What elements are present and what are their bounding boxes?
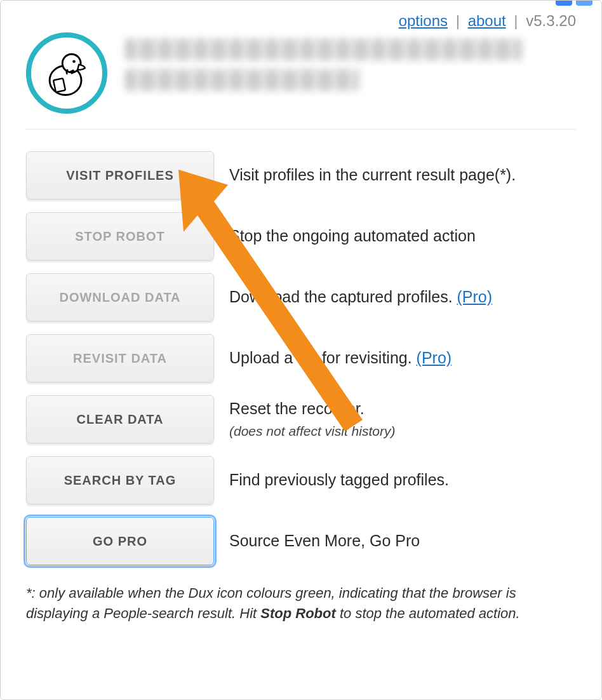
- about-link[interactable]: about: [468, 12, 506, 29]
- clear-data-button[interactable]: CLEAR DATA: [26, 395, 214, 443]
- separator: |: [514, 12, 518, 29]
- visit-profiles-button[interactable]: VISIT PROFILES: [26, 151, 214, 199]
- version-label: v5.3.20: [526, 12, 576, 29]
- options-link[interactable]: options: [399, 12, 448, 29]
- browser-tab-accent: [556, 1, 592, 6]
- download-data-desc: Download the captured profiles. (Pro): [229, 286, 576, 308]
- footnote-post: to stop the automated action.: [336, 605, 520, 621]
- revisit-data-desc-text: Upload a file for revisiting.: [229, 349, 417, 367]
- download-data-desc-text: Download the captured profiles.: [229, 288, 457, 306]
- redacted-line: [125, 39, 522, 60]
- download-data-button[interactable]: DOWNLOAD DATA: [26, 273, 214, 321]
- clear-data-subtext: (does not affect visit history): [229, 422, 576, 440]
- top-nav: options | about | v5.3.20: [26, 12, 576, 30]
- footnote: *: only available when the Dux icon colo…: [26, 583, 576, 624]
- popup-window: options | about | v5.3.20: [0, 0, 602, 700]
- row-stop-robot: STOP ROBOT Stop the ongoing automated ac…: [26, 212, 576, 260]
- go-pro-desc: Source Even More, Go Pro: [229, 530, 576, 552]
- revisit-data-desc: Upload a file for revisiting. (Pro): [229, 347, 576, 369]
- row-visit-profiles: VISIT PROFILES Visit profiles in the cur…: [26, 151, 576, 199]
- stop-robot-button[interactable]: STOP ROBOT: [26, 212, 214, 260]
- redacted-title-area: [125, 32, 576, 91]
- redacted-line: [125, 69, 359, 91]
- revisit-data-button[interactable]: REVISIT DATA: [26, 334, 214, 382]
- row-download-data: DOWNLOAD DATA Download the captured prof…: [26, 273, 576, 321]
- search-by-tag-desc: Find previously tagged profiles.: [229, 469, 576, 491]
- row-search-by-tag: SEARCH BY TAG Find previously tagged pro…: [26, 456, 576, 504]
- separator: |: [456, 12, 460, 29]
- clear-data-desc-text: Reset the recorder.: [229, 400, 365, 417]
- footnote-bold: Stop Robot: [260, 605, 336, 621]
- svg-rect-3: [53, 78, 65, 92]
- row-go-pro: GO PRO Source Even More, Go Pro: [26, 517, 576, 565]
- duck-logo-icon: [26, 32, 107, 114]
- stop-robot-desc: Stop the ongoing automated action: [229, 225, 576, 247]
- search-by-tag-button[interactable]: SEARCH BY TAG: [26, 456, 214, 504]
- clear-data-desc: Reset the recorder. (does not affect vis…: [229, 398, 576, 440]
- header-row: [26, 32, 576, 130]
- go-pro-button[interactable]: GO PRO: [26, 517, 214, 565]
- pro-link[interactable]: (Pro): [417, 349, 452, 367]
- svg-point-2: [72, 60, 76, 63]
- pro-link[interactable]: (Pro): [457, 288, 493, 306]
- row-clear-data: CLEAR DATA Reset the recorder. (does not…: [26, 395, 576, 443]
- row-revisit-data: REVISIT DATA Upload a file for revisitin…: [26, 334, 576, 382]
- visit-profiles-desc: Visit profiles in the current result pag…: [229, 165, 576, 186]
- action-list: VISIT PROFILES Visit profiles in the cur…: [26, 151, 576, 565]
